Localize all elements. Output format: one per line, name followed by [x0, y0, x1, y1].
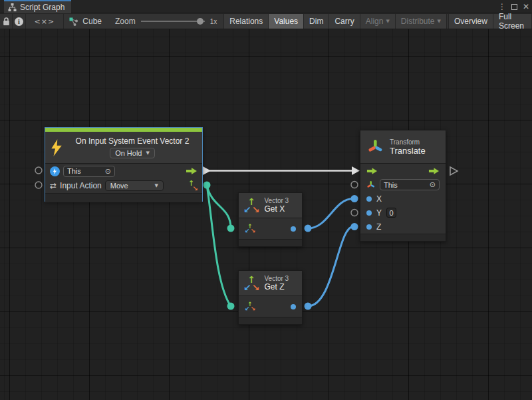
- translate-target-input-port[interactable]: [351, 182, 358, 188]
- code-view-button[interactable]: <×>: [26, 14, 65, 29]
- event-mode-value: On Hold: [115, 149, 142, 157]
- unconnected-control-output-arrow[interactable]: [450, 167, 458, 175]
- get-z-footer: [239, 317, 302, 324]
- vector3-icon: ↑ ↙ ↘: [243, 197, 259, 214]
- get-x-category: Vector 3: [264, 197, 289, 204]
- chevron-down-icon: ▼: [146, 151, 149, 156]
- fullscreen-button[interactable]: Full Screen: [493, 14, 532, 29]
- getz-input-port[interactable]: [227, 303, 235, 310]
- align-dropdown[interactable]: Align ▼: [360, 14, 396, 29]
- event-target-input-port[interactable]: [35, 167, 42, 174]
- z-port-label: Z: [376, 222, 381, 232]
- translate-target-value: This: [384, 181, 398, 189]
- zoom-value: 1x: [210, 18, 217, 25]
- title-bar: Script Graph ⋮ ✕: [0, 0, 532, 13]
- chevron-down-icon: ▼: [386, 19, 389, 24]
- transform-mini-icon: [366, 180, 375, 190]
- get-z-port-row: ↑ ↙ ↘: [239, 296, 302, 317]
- translate-x-input-port[interactable]: [351, 195, 358, 202]
- translate-control-row: [360, 164, 446, 178]
- get-z-category: Vector 3: [264, 275, 289, 282]
- control-input-arrow-icon[interactable]: [366, 167, 378, 175]
- transform-icon: [367, 138, 383, 156]
- graph-breadcrumb[interactable]: Cube: [64, 14, 108, 29]
- translate-y-input-port[interactable]: [351, 210, 358, 216]
- zoom-control: Zoom 1x: [108, 14, 224, 29]
- control-wire-dest-arrow: [352, 166, 360, 175]
- translate-node-title: Translate: [390, 146, 426, 156]
- getz-output-port[interactable]: [305, 303, 312, 310]
- translate-x-row: X: [360, 192, 446, 206]
- maximize-icon[interactable]: [511, 4, 517, 10]
- event-vector2-output-port[interactable]: [203, 182, 211, 189]
- align-label: Align: [366, 17, 384, 26]
- target-picker-icon[interactable]: ⊙: [430, 180, 436, 189]
- translate-node[interactable]: Transform Translate: [360, 130, 446, 242]
- control-output-arrow-icon[interactable]: [428, 167, 440, 175]
- float-output-dot: [291, 226, 296, 232]
- overview-button[interactable]: Overview: [449, 14, 493, 29]
- tab-title: Script Graph: [20, 3, 65, 12]
- values-button[interactable]: Values: [269, 14, 304, 29]
- event-node[interactable]: On Input System Event Vector 2 On Hold ▼…: [45, 127, 203, 202]
- vector3-mini-icon: ↑ ↙ ↘: [245, 224, 255, 234]
- graph-hierarchy-icon: [8, 3, 17, 11]
- window-menu-icon[interactable]: ⋮: [498, 0, 506, 13]
- getz-to-z-wire[interactable]: [308, 227, 353, 307]
- event-action-row: ⇄ Input Action Move ▼ ↑ ↘: [45, 178, 202, 193]
- zoom-slider[interactable]: [141, 17, 205, 25]
- input-action-icon: ⇄: [50, 182, 57, 190]
- event-target-row: This ⊙: [45, 164, 202, 178]
- getx-input-port[interactable]: [227, 225, 235, 232]
- getx-to-x-wire[interactable]: [308, 199, 353, 229]
- x-port-label: X: [376, 194, 382, 204]
- event-action-input-port[interactable]: [35, 182, 42, 188]
- getx-output-port[interactable]: [305, 225, 312, 232]
- control-output-arrow-icon[interactable]: [186, 167, 198, 175]
- vector2-wire-to-getz[interactable]: [207, 185, 231, 306]
- lock-icon: [3, 17, 10, 26]
- distribute-dropdown[interactable]: Distribute ▼: [396, 14, 447, 29]
- get-z-node[interactable]: ↑ ↙ ↘ Vector 3 Get Z ↑ ↙ ↘: [238, 270, 303, 325]
- input-action-label: Input Action: [60, 181, 102, 190]
- get-x-port-row: ↑ ↙ ↘: [239, 218, 302, 239]
- event-node-title: On Input System Event Vector 2: [76, 136, 190, 146]
- tab-script-graph[interactable]: Script Graph: [4, 0, 71, 13]
- input-action-dropdown[interactable]: Move ▼: [105, 180, 164, 191]
- vector3-icon: ↑ ↙ ↘: [243, 275, 259, 292]
- translate-node-category: Transform: [390, 138, 426, 146]
- translate-node-footer: [360, 234, 446, 241]
- distribute-label: Distribute: [401, 17, 435, 26]
- chevron-down-icon: ▼: [154, 184, 158, 188]
- y-value-input[interactable]: 0: [386, 208, 396, 218]
- translate-target-field[interactable]: This ⊙: [380, 179, 440, 190]
- vector2-wire-to-getx[interactable]: [207, 185, 231, 228]
- get-z-title: Get Z: [264, 282, 289, 292]
- get-x-node[interactable]: ↑ ↙ ↘ Vector 3 Get X ↑ ↙ ↘: [238, 192, 303, 247]
- translate-target-row: This ⊙: [360, 178, 446, 192]
- graph-icon: [69, 17, 78, 26]
- info-button[interactable]: i: [13, 14, 25, 29]
- graph-canvas[interactable]: On Input System Event Vector 2 On Hold ▼…: [0, 29, 532, 400]
- carry-button[interactable]: Carry: [329, 14, 360, 29]
- target-picker-icon[interactable]: ⊙: [105, 167, 111, 176]
- zoom-slider-handle[interactable]: [197, 18, 203, 25]
- dim-button[interactable]: Dim: [304, 14, 329, 29]
- relations-button[interactable]: Relations: [224, 14, 269, 29]
- script-machine-icon: [50, 166, 60, 176]
- event-target-value: This: [67, 167, 81, 175]
- zoom-slider-track: [141, 21, 205, 22]
- input-action-value: Move: [110, 182, 128, 190]
- close-icon[interactable]: ✕: [523, 0, 529, 13]
- graph-name: Cube: [82, 17, 102, 26]
- y-port-label: Y: [376, 208, 382, 218]
- event-target-field[interactable]: This ⊙: [63, 166, 115, 177]
- event-mode-dropdown[interactable]: On Hold ▼: [110, 148, 155, 158]
- float-output-dot: [291, 304, 296, 309]
- translate-z-input-port[interactable]: [351, 223, 358, 230]
- info-icon: i: [15, 17, 23, 26]
- zoom-label: Zoom: [115, 17, 136, 26]
- vector2-output-icon[interactable]: ↑ ↘: [188, 180, 198, 191]
- lock-button[interactable]: [0, 14, 13, 29]
- event-node-footer: [45, 193, 202, 202]
